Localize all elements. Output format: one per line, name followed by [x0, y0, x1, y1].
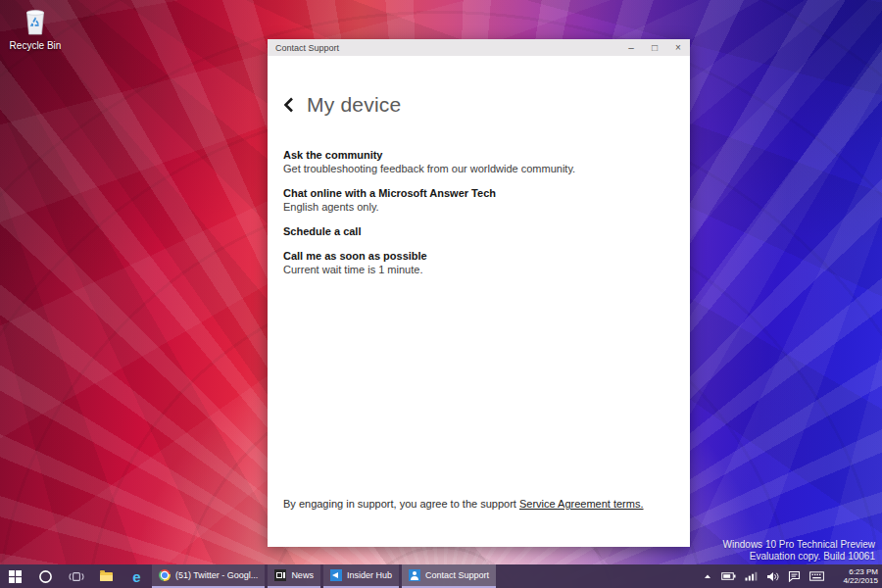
start-button[interactable] — [0, 564, 30, 588]
contact-support-window: Contact Support – □ × My device Ask the … — [268, 39, 690, 547]
volume-icon[interactable] — [766, 571, 779, 582]
hidden-icons-chevron-icon[interactable] — [703, 572, 712, 580]
taskbar: e (51) Twitter - Googl... News Insider H… — [0, 564, 882, 588]
taskbar-app-news[interactable]: News — [268, 564, 320, 588]
task-view-button[interactable] — [61, 564, 91, 588]
desktop-wallpaper: Recycle Bin Windows 10 Pro Technical Pre… — [0, 0, 882, 588]
option-title: Schedule a call — [283, 224, 674, 238]
page-header: My device — [283, 93, 674, 117]
option-ask-community[interactable]: Ask the community Get troubleshooting fe… — [283, 148, 674, 175]
back-icon[interactable] — [283, 97, 294, 113]
option-title: Ask the community — [283, 148, 674, 162]
page-title: My device — [307, 93, 401, 117]
titlebar[interactable]: Contact Support – □ × — [268, 39, 690, 56]
taskbar-app-insider-hub[interactable]: Insider Hub — [323, 564, 399, 588]
internet-explorer-icon: e — [132, 569, 140, 584]
task-view-icon — [69, 570, 84, 583]
option-title: Chat online with a Microsoft Answer Tech — [283, 186, 674, 200]
network-signal-icon[interactable] — [745, 571, 758, 581]
taskbar-app-label: (51) Twitter - Googl... — [175, 570, 258, 580]
option-subtitle: Current wait time is 1 minute. — [283, 263, 674, 276]
support-agreement-note: By engaging in support, you agree to the… — [283, 498, 644, 510]
taskbar-app-label: Contact Support — [425, 570, 489, 580]
evaluation-watermark: Windows 10 Pro Technical Preview Evaluat… — [723, 539, 875, 563]
internet-explorer-button[interactable]: e — [122, 564, 152, 588]
taskbar-app-twitter-chrome[interactable]: (51) Twitter - Googl... — [152, 564, 265, 588]
option-schedule-call[interactable]: Schedule a call — [283, 224, 674, 238]
clock-date: 4/22/2015 — [835, 576, 878, 585]
option-subtitle: English agents only. — [283, 200, 674, 214]
option-chat-online[interactable]: Chat online with a Microsoft Answer Tech… — [283, 186, 674, 214]
chrome-icon — [159, 569, 171, 581]
option-title: Call me as soon as possible — [283, 249, 674, 263]
taskbar-app-label: Insider Hub — [347, 570, 392, 580]
watermark-line-2: Evaluation copy. Build 10061 — [723, 551, 875, 563]
file-explorer-icon — [100, 572, 113, 581]
recycle-bin-label: Recycle Bin — [8, 40, 63, 51]
service-agreement-link[interactable]: Service Agreement terms. — [519, 498, 644, 510]
news-icon — [274, 569, 286, 581]
taskbar-app-contact-support[interactable]: Contact Support — [402, 564, 496, 588]
touch-keyboard-icon[interactable] — [809, 571, 824, 581]
close-button[interactable]: × — [666, 39, 690, 56]
taskbar-spacer — [499, 564, 703, 588]
minimize-button[interactable]: – — [619, 39, 643, 56]
taskbar-app-label: News — [291, 570, 314, 580]
agreement-text: By engaging in support, you agree to the… — [283, 498, 519, 510]
maximize-button[interactable]: □ — [643, 39, 666, 56]
option-call-me[interactable]: Call me as soon as possible Current wait… — [283, 249, 674, 276]
contact-support-icon — [409, 569, 420, 581]
recycle-bin-icon — [23, 6, 48, 35]
window-content: My device Ask the community Get troubles… — [268, 56, 690, 547]
system-tray: 6:23 PM 4/22/2015 — [703, 564, 882, 588]
action-center-icon[interactable] — [788, 570, 801, 582]
insider-hub-icon — [330, 569, 342, 581]
cortana-circle-icon — [38, 569, 53, 584]
file-explorer-button[interactable] — [91, 564, 122, 588]
option-subtitle: Get troubleshooting feedback from our wo… — [283, 162, 674, 175]
taskbar-clock[interactable]: 6:23 PM 4/22/2015 — [835, 567, 878, 585]
window-controls: – □ × — [619, 39, 690, 56]
windows-logo-icon — [9, 570, 22, 583]
battery-icon[interactable] — [721, 571, 736, 581]
support-options: Ask the community Get troubleshooting fe… — [283, 148, 674, 276]
cortana-search-button[interactable] — [30, 564, 61, 588]
recycle-bin[interactable]: Recycle Bin — [8, 6, 63, 51]
window-title: Contact Support — [268, 43, 619, 53]
watermark-line-1: Windows 10 Pro Technical Preview — [723, 539, 875, 551]
clock-time: 6:23 PM — [835, 567, 878, 576]
